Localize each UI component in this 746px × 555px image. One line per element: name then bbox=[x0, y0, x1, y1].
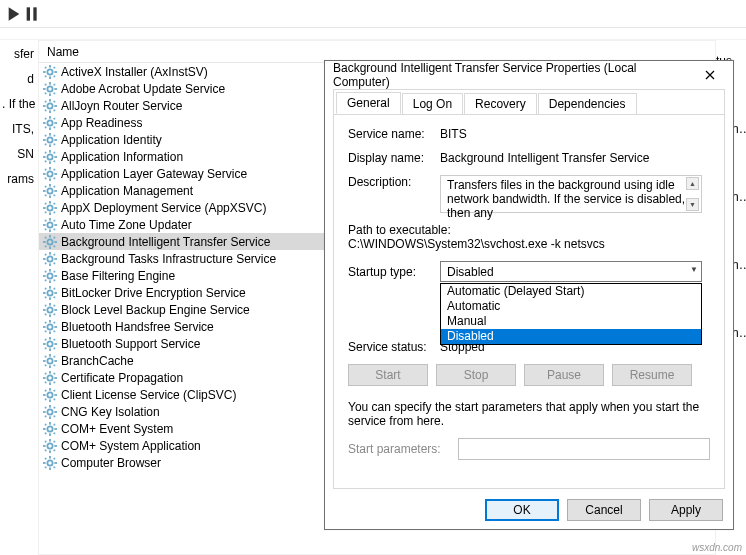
pause-button[interactable]: Pause bbox=[524, 364, 604, 386]
svg-rect-70 bbox=[45, 185, 47, 187]
svg-rect-0 bbox=[27, 7, 30, 20]
resume-button[interactable]: Resume bbox=[612, 364, 692, 386]
svg-rect-30 bbox=[49, 116, 51, 119]
svg-rect-37 bbox=[54, 126, 56, 128]
service-name: Base Filtering Engine bbox=[61, 269, 175, 283]
scroll-up-icon[interactable]: ▲ bbox=[686, 177, 699, 190]
svg-rect-205 bbox=[45, 440, 47, 442]
svg-rect-123 bbox=[54, 292, 57, 294]
svg-rect-212 bbox=[43, 462, 46, 464]
start-button[interactable]: Start bbox=[348, 364, 428, 386]
startup-option[interactable]: Automatic (Delayed Start) bbox=[441, 284, 701, 299]
svg-point-65 bbox=[47, 188, 52, 193]
chevron-down-icon: ▼ bbox=[690, 265, 698, 274]
description-scrollbar[interactable]: ▲ ▼ bbox=[685, 177, 700, 211]
startup-option[interactable]: Automatic bbox=[441, 299, 701, 314]
play-icon[interactable] bbox=[6, 6, 22, 22]
svg-rect-151 bbox=[45, 338, 47, 340]
svg-rect-14 bbox=[43, 88, 46, 90]
svg-rect-51 bbox=[54, 156, 57, 158]
description-text[interactable]: Transfers files in the background using … bbox=[440, 175, 702, 213]
apply-button[interactable]: Apply bbox=[649, 499, 723, 521]
svg-rect-183 bbox=[49, 405, 51, 408]
service-name-label: Service name: bbox=[348, 127, 440, 141]
svg-rect-153 bbox=[45, 347, 47, 349]
tab-dependencies[interactable]: Dependencies bbox=[538, 93, 637, 114]
service-name: AllJoyn Router Service bbox=[61, 99, 182, 113]
stop-button[interactable]: Stop bbox=[436, 364, 516, 386]
svg-rect-150 bbox=[54, 343, 57, 345]
scroll-down-icon[interactable]: ▼ bbox=[686, 198, 699, 211]
dialog-title: Background Intelligent Transfer Service … bbox=[333, 61, 695, 89]
close-icon[interactable] bbox=[695, 65, 725, 85]
svg-rect-66 bbox=[49, 184, 51, 187]
startup-type-label: Startup type: bbox=[348, 265, 440, 279]
svg-rect-87 bbox=[54, 224, 57, 226]
svg-point-209 bbox=[47, 460, 52, 465]
svg-rect-194 bbox=[43, 428, 46, 430]
pause-icon[interactable] bbox=[24, 6, 40, 22]
svg-rect-161 bbox=[54, 355, 56, 357]
startup-option[interactable]: Manual bbox=[441, 314, 701, 329]
cancel-button[interactable]: Cancel bbox=[567, 499, 641, 521]
startup-option[interactable]: Disabled bbox=[441, 329, 701, 344]
svg-rect-5 bbox=[43, 71, 46, 73]
path-value: C:\WINDOWS\System32\svchost.exe -k netsv… bbox=[348, 237, 710, 251]
svg-rect-48 bbox=[49, 150, 51, 153]
service-name: Background Intelligent Transfer Service bbox=[61, 235, 270, 249]
svg-rect-49 bbox=[49, 161, 51, 164]
svg-rect-206 bbox=[54, 440, 56, 442]
svg-rect-86 bbox=[43, 224, 46, 226]
svg-rect-53 bbox=[54, 151, 56, 153]
svg-rect-193 bbox=[49, 433, 51, 436]
svg-rect-117 bbox=[45, 279, 47, 281]
svg-rect-88 bbox=[45, 219, 47, 221]
svg-rect-64 bbox=[54, 177, 56, 179]
svg-rect-6 bbox=[54, 71, 57, 73]
start-params-input[interactable] bbox=[458, 438, 710, 460]
svg-rect-77 bbox=[43, 207, 46, 209]
svg-rect-185 bbox=[43, 411, 46, 413]
svg-rect-90 bbox=[45, 228, 47, 230]
svg-rect-116 bbox=[54, 270, 56, 272]
tab-log-on[interactable]: Log On bbox=[402, 93, 463, 114]
svg-rect-99 bbox=[45, 245, 47, 247]
svg-point-83 bbox=[47, 222, 52, 227]
start-params-label: Start parameters: bbox=[348, 442, 458, 456]
svg-point-29 bbox=[47, 120, 52, 125]
svg-rect-165 bbox=[49, 371, 51, 374]
svg-rect-136 bbox=[54, 313, 56, 315]
svg-rect-172 bbox=[54, 381, 56, 383]
svg-rect-131 bbox=[43, 309, 46, 311]
svg-rect-163 bbox=[54, 364, 56, 366]
tab-general[interactable]: General bbox=[336, 92, 401, 114]
svg-point-47 bbox=[47, 154, 52, 159]
service-name: Adobe Acrobat Update Service bbox=[61, 82, 225, 96]
svg-point-200 bbox=[47, 443, 52, 448]
ok-button[interactable]: OK bbox=[485, 499, 559, 521]
svg-rect-213 bbox=[54, 462, 57, 464]
service-name: Bluetooth Support Service bbox=[61, 337, 200, 351]
gear-icon bbox=[43, 201, 57, 215]
gear-icon bbox=[43, 388, 57, 402]
svg-rect-16 bbox=[45, 83, 47, 85]
svg-rect-140 bbox=[43, 326, 46, 328]
startup-type-select[interactable]: Disabled ▼ Automatic (Delayed Start)Auto… bbox=[440, 261, 702, 282]
svg-rect-39 bbox=[49, 133, 51, 136]
service-name: Bluetooth Handsfree Service bbox=[61, 320, 214, 334]
svg-point-11 bbox=[47, 86, 52, 91]
svg-point-74 bbox=[47, 205, 52, 210]
gear-icon bbox=[43, 337, 57, 351]
startup-type-dropdown[interactable]: Automatic (Delayed Start)AutomaticManual… bbox=[440, 283, 702, 345]
svg-rect-134 bbox=[54, 304, 56, 306]
service-name: Certificate Propagation bbox=[61, 371, 183, 385]
svg-rect-132 bbox=[54, 309, 57, 311]
svg-rect-97 bbox=[45, 236, 47, 238]
svg-rect-33 bbox=[54, 122, 57, 124]
svg-rect-28 bbox=[54, 109, 56, 111]
tab-recovery[interactable]: Recovery bbox=[464, 93, 537, 114]
svg-rect-159 bbox=[54, 360, 57, 362]
svg-rect-54 bbox=[45, 160, 47, 162]
svg-rect-149 bbox=[43, 343, 46, 345]
svg-rect-125 bbox=[54, 287, 56, 289]
